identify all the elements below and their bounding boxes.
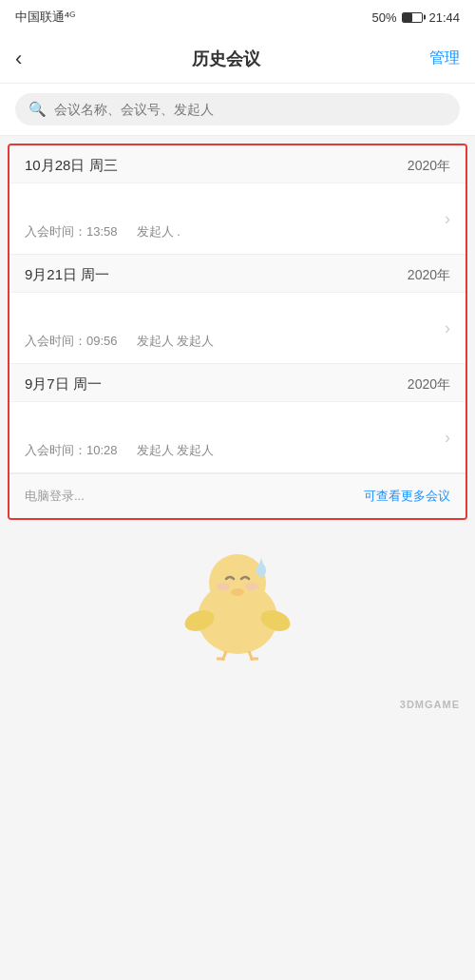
svg-point-6 <box>258 606 294 635</box>
meeting-name <box>25 197 445 218</box>
date-group-oct28: 10月28日 周三 2020年 入会时间：13:58 发起人 . › <box>10 145 466 255</box>
chevron-right-icon: › <box>445 209 450 229</box>
manage-button[interactable]: 管理 <box>429 48 460 68</box>
svg-point-5 <box>182 606 218 635</box>
mascot-area: 3DMGAME <box>0 528 475 718</box>
date-year-sep7: 2020年 <box>408 376 450 394</box>
svg-line-10 <box>249 651 252 659</box>
meeting-meta: 入会时间：13:58 发起人 . <box>25 223 445 240</box>
date-year-oct28: 2020年 <box>408 158 450 175</box>
svg-point-3 <box>245 583 258 590</box>
battery-icon <box>402 12 423 23</box>
initiator: 发起人 . <box>137 223 180 240</box>
meeting-meta: 入会时间：09:56 发起人 发起人 <box>25 333 445 350</box>
search-input[interactable] <box>54 102 446 117</box>
footer-notice: 电脑登录... 可查看更多会议 <box>10 473 466 518</box>
date-label-sep21: 9月21日 周一 <box>25 266 109 284</box>
chevron-right-icon: › <box>445 318 450 338</box>
footer-left-text: 电脑登录... <box>25 488 85 505</box>
meeting-item-left: 入会时间：09:56 发起人 发起人 <box>25 306 445 350</box>
nav-bar: ‹ 历史会议 管理 <box>0 34 475 84</box>
meeting-name <box>25 415 445 436</box>
initiator: 发起人 发起人 <box>137 442 215 459</box>
footer-right-link[interactable]: 可查看更多会议 <box>364 488 450 505</box>
chevron-right-icon: › <box>445 428 450 448</box>
page-title: 历史会议 <box>192 48 260 70</box>
meeting-item-left: 入会时间：13:58 发起人 . <box>25 197 445 240</box>
join-time: 入会时间：13:58 <box>25 223 118 240</box>
main-content: 10月28日 周三 2020年 入会时间：13:58 发起人 . › 9月21日… <box>8 144 467 520</box>
meeting-item-sep21-0[interactable]: 入会时间：09:56 发起人 发起人 › <box>10 292 466 363</box>
svg-marker-14 <box>257 558 265 569</box>
date-label-oct28: 10月28日 周三 <box>25 157 118 175</box>
search-input-wrap[interactable]: 🔍 <box>15 93 460 125</box>
svg-line-7 <box>223 651 226 659</box>
date-header-sep21: 9月21日 周一 2020年 <box>10 255 466 292</box>
status-right: 50% 21:44 <box>371 10 460 25</box>
mascot-svg <box>171 537 304 661</box>
battery-fill <box>403 13 412 22</box>
watermark-text: 3DMGAME <box>400 699 460 710</box>
date-label-sep7: 9月7日 周一 <box>25 375 102 394</box>
svg-point-0 <box>198 582 277 654</box>
meeting-meta: 入会时间：10:28 发起人 发起人 <box>25 442 445 459</box>
search-icon: 🔍 <box>28 101 47 118</box>
svg-point-13 <box>256 564 266 577</box>
carrier-text: 中国联通⁴ᴳ <box>15 9 75 26</box>
time-text: 21:44 <box>428 10 460 25</box>
date-year-sep21: 2020年 <box>408 267 450 284</box>
svg-point-4 <box>231 588 244 596</box>
svg-point-2 <box>217 583 230 590</box>
date-group-sep7: 9月7日 周一 2020年 入会时间：10:28 发起人 发起人 › <box>10 364 466 473</box>
meeting-item-oct28-0[interactable]: 入会时间：13:58 发起人 . › <box>10 183 466 254</box>
date-header-sep7: 9月7日 周一 2020年 <box>10 364 466 401</box>
back-button[interactable]: ‹ <box>15 48 22 69</box>
date-group-sep21: 9月21日 周一 2020年 入会时间：09:56 发起人 发起人 › <box>10 255 466 364</box>
battery-percent: 50% <box>371 10 396 25</box>
meeting-item-sep7-0[interactable]: 入会时间：10:28 发起人 发起人 › <box>10 401 466 472</box>
date-header-oct28: 10月28日 周三 2020年 <box>10 145 466 183</box>
join-time: 入会时间：10:28 <box>25 442 118 459</box>
svg-point-1 <box>209 554 266 611</box>
search-bar: 🔍 <box>0 84 475 136</box>
join-time: 入会时间：09:56 <box>25 333 118 350</box>
initiator: 发起人 发起人 <box>137 333 215 350</box>
meeting-item-left: 入会时间：10:28 发起人 发起人 <box>25 415 445 459</box>
meeting-name <box>25 306 445 327</box>
status-bar: 中国联通⁴ᴳ 50% 21:44 <box>0 0 475 34</box>
